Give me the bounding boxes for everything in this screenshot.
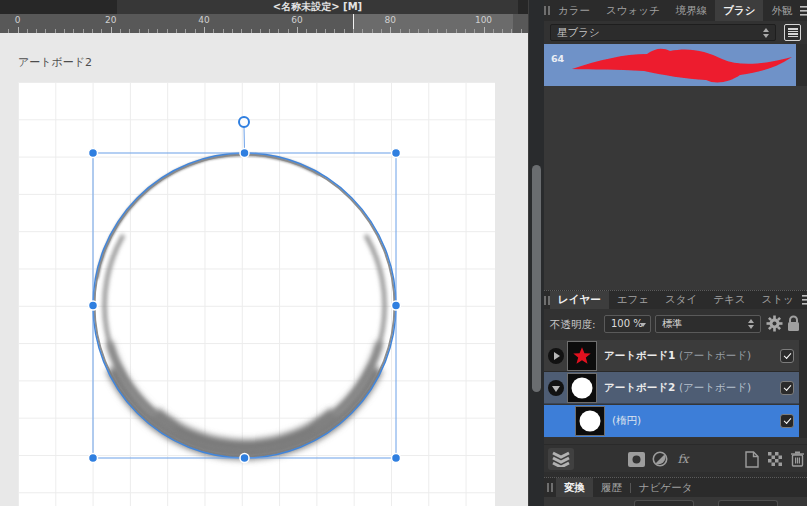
expand-collapse-icon[interactable] xyxy=(548,348,564,364)
document-tab[interactable]: <名称未設定> [M] xyxy=(117,0,518,14)
selection-handle[interactable] xyxy=(89,301,98,310)
selection-handle[interactable] xyxy=(240,454,249,463)
ruler-tick-label: 20 xyxy=(105,15,116,25)
ruler-tick-label: 40 xyxy=(198,15,209,25)
mask-layer-button[interactable] xyxy=(626,448,646,470)
rotation-handle[interactable] xyxy=(239,117,249,127)
stacked-chevrons-icon xyxy=(551,451,571,467)
selection-handle[interactable] xyxy=(392,149,401,158)
brush-item[interactable]: 64 xyxy=(544,44,796,86)
tab-history[interactable]: 履歴 xyxy=(593,478,630,497)
title-bar: <名称未設定> [M] xyxy=(0,0,528,14)
transform-panel-edge xyxy=(544,497,807,506)
check-icon xyxy=(784,383,792,391)
hamburger-menu-icon xyxy=(802,294,807,306)
layer-thumbnail-star[interactable] xyxy=(567,341,597,371)
new-page-icon xyxy=(745,451,759,468)
transform-field[interactable] xyxy=(634,500,694,506)
ruler-tick-label: 60 xyxy=(291,15,302,25)
blend-mode-select[interactable]: 標準 xyxy=(655,315,761,333)
canvas-pasteboard[interactable]: アートボード2 xyxy=(0,33,528,506)
layer-name: アートボード2 (アートボード) xyxy=(604,381,751,395)
layer-visibility-checkbox[interactable] xyxy=(780,414,794,428)
selection-handle[interactable] xyxy=(89,149,98,158)
vertical-scrollbar[interactable] xyxy=(528,0,544,506)
expand-collapse-icon[interactable] xyxy=(548,380,564,396)
adjustment-layer-button[interactable] xyxy=(650,448,670,470)
application-window: <名称未設定> [M] 020406080100 アートボード2 xyxy=(0,0,807,506)
dropdown-arrow-icon xyxy=(640,323,646,327)
ellipse-shape-with-selection[interactable] xyxy=(0,33,528,506)
tab-text[interactable]: テキス xyxy=(705,291,753,309)
tab-swatches[interactable]: スウォッチ xyxy=(598,0,668,21)
check-icon xyxy=(784,416,792,424)
brush-list-gutter xyxy=(796,44,807,86)
select-spinner-icon xyxy=(748,319,755,329)
right-panel: カラー スウォッチ 境界線 ブラシ 外観 星ブラシ 64 xyxy=(544,0,807,506)
ruler-tick-label: 0 xyxy=(15,15,21,25)
layers-toolbar: fx xyxy=(544,444,807,472)
layer-name: アートボード1 (アートボード) xyxy=(604,349,751,363)
transform-field[interactable] xyxy=(718,500,778,506)
brush-list-empty-area xyxy=(544,86,807,290)
tab-stock[interactable]: ストッ xyxy=(754,291,802,309)
delete-layer-button[interactable] xyxy=(787,448,807,470)
new-layer-button[interactable] xyxy=(742,448,762,470)
layer-list-gutter xyxy=(799,340,807,438)
trash-icon xyxy=(791,451,804,467)
lock-icon xyxy=(787,315,800,332)
tab-layers[interactable]: レイヤー xyxy=(550,291,609,309)
layer-settings-button[interactable] xyxy=(766,315,783,336)
opacity-label: 不透明度: xyxy=(550,318,596,332)
transparency-button[interactable] xyxy=(765,448,785,470)
brush-size-label: 64 xyxy=(551,53,564,64)
brush-controls-row: 星ブラシ xyxy=(544,21,807,44)
panel-menu-button[interactable] xyxy=(800,0,807,21)
transform-tab-bar: 変換 履歴 ナビゲータ xyxy=(544,477,807,497)
tab-navigator[interactable]: ナビゲータ xyxy=(631,478,700,497)
tab-styles[interactable]: スタイ xyxy=(657,291,705,309)
selection-handle[interactable] xyxy=(89,454,98,463)
layer-row-artboard1[interactable]: アートボード1 (アートボード) xyxy=(544,340,799,372)
mask-icon xyxy=(628,452,645,467)
ruler-tick-label: 80 xyxy=(385,15,396,25)
selection-handle[interactable] xyxy=(392,301,401,310)
ruler-tick-label: 100 xyxy=(475,15,492,25)
selection-handle[interactable] xyxy=(240,149,249,158)
lock-layer-button[interactable] xyxy=(787,315,800,336)
brush-category-select[interactable]: 星ブラシ xyxy=(550,24,776,41)
panel-menu-button[interactable] xyxy=(802,291,807,309)
layer-visibility-checkbox[interactable] xyxy=(780,381,794,395)
vertical-scrollbar-thumb[interactable] xyxy=(532,165,541,392)
tab-effects[interactable]: エフェ xyxy=(609,291,657,309)
gear-icon xyxy=(766,315,783,332)
opacity-value: 100 % xyxy=(611,318,643,329)
panel-drag-grip[interactable] xyxy=(544,478,556,497)
tab-appearance[interactable]: 外観 xyxy=(763,0,800,21)
layer-order-button[interactable] xyxy=(548,448,574,470)
fx-icon: fx xyxy=(677,452,688,466)
brush-stroke-ellipse[interactable] xyxy=(95,154,395,456)
layer-row-ellipse[interactable]: (楕円) xyxy=(544,405,799,437)
layer-name: (楕円) xyxy=(612,414,641,428)
tab-brushes[interactable]: ブラシ xyxy=(715,0,763,21)
opacity-dropdown[interactable]: 100 % xyxy=(604,315,651,333)
layer-effects-button[interactable]: fx xyxy=(672,448,694,470)
blend-mode-value: 標準 xyxy=(662,318,682,329)
layer-row-artboard2[interactable]: アートボード2 (アートボード) xyxy=(544,372,799,404)
layer-options-row: 不透明度: 100 % 標準 xyxy=(544,309,807,340)
tab-stroke[interactable]: 境界線 xyxy=(668,0,716,21)
star-icon xyxy=(571,345,593,367)
selection-handles[interactable] xyxy=(89,149,401,463)
tab-color[interactable]: カラー xyxy=(550,0,598,21)
layer-thumbnail-ellipse[interactable] xyxy=(575,406,605,436)
circle-icon xyxy=(578,409,602,433)
selection-handle[interactable] xyxy=(392,454,401,463)
list-view-button[interactable] xyxy=(784,24,801,41)
layer-thumbnail-circle[interactable] xyxy=(567,373,597,403)
brush-category-value: 星ブラシ xyxy=(557,26,600,38)
horizontal-ruler[interactable]: 020406080100 xyxy=(0,14,528,33)
layer-visibility-checkbox[interactable] xyxy=(780,349,794,363)
tab-transform[interactable]: 変換 xyxy=(556,478,593,497)
check-icon xyxy=(784,351,792,359)
